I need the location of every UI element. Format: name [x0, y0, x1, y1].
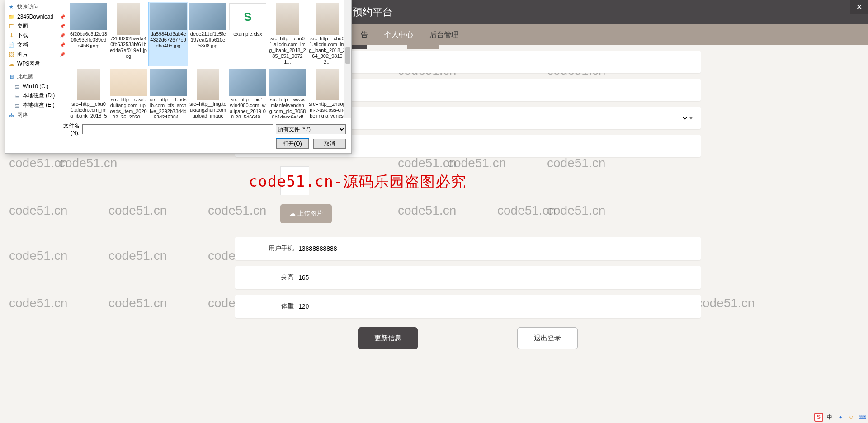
nav-item-profile[interactable]: 个人中心: [376, 30, 421, 40]
file-thumbnail: [316, 3, 339, 35]
file-name-label: src=http__cbu01.alicdn.com_img_ibank_201…: [70, 101, 107, 118]
ime-indicator[interactable]: 中: [825, 413, 834, 422]
upload-button-label: 上传图片: [297, 210, 323, 217]
file-item[interactable]: src=http__cbu01.alicdn.com_img_ibank_201…: [69, 68, 108, 118]
file-name-label: deee211df1c5fc197eaf2ffb610e58d8.jpg: [189, 31, 226, 49]
file-item[interactable]: src=http__pic1.win4000.com_wallpaper_201…: [228, 68, 267, 118]
sidebar-this-pc[interactable]: 🖥此电脑: [5, 71, 68, 82]
file-name-label: src=http__zhaopin-c-ask.oss-cn-beijing.a…: [309, 101, 346, 118]
picture-icon: 🖼: [8, 51, 15, 58]
file-item[interactable]: Sexample.xlsx: [228, 2, 267, 66]
sidebar-quick-access[interactable]: ★快速访问: [5, 2, 68, 12]
document-icon: 📄: [8, 42, 15, 49]
file-browser-area: 6f20ba6c3d2e1306c93effe339edd4b6.jpeg72f…: [68, 0, 351, 118]
app-header: 预约平台 ✕: [348, 0, 868, 24]
nav-item-admin[interactable]: 后台管理: [421, 30, 467, 40]
field-label: 体重: [262, 302, 294, 310]
sidebar-drive[interactable]: 🖴本地磁盘 (E:): [5, 100, 68, 110]
drive-icon: 🖴: [13, 83, 20, 90]
filename-label: 文件名(N):: [55, 122, 80, 136]
file-item[interactable]: src=http__zhaopin-c-ask.oss-cn-beijing.a…: [308, 68, 347, 118]
file-name-label: src=http__www.mianfeiwendang.com_pic_705…: [269, 97, 306, 118]
file-thumbnail: [229, 69, 266, 96]
form-row-height: 身高: [235, 266, 701, 289]
sidebar-item[interactable]: 📄文档📌: [5, 40, 68, 50]
file-thumbnail: [189, 3, 226, 30]
pin-icon: 📌: [60, 24, 65, 28]
nav-item-notice[interactable]: 告: [353, 30, 376, 40]
pin-icon: 📌: [60, 14, 65, 19]
vertical-scrollbar[interactable]: [344, 0, 351, 118]
submit-button[interactable]: 更新信息: [358, 327, 418, 349]
window-close-button[interactable]: ✕: [850, 0, 868, 14]
desktop-icon: 🗔: [8, 23, 15, 30]
field-label: 身高: [262, 273, 294, 282]
logout-button[interactable]: 退出登录: [517, 327, 578, 349]
file-name-label: src=http__c-ssl.duitang.com_uploads_item…: [110, 97, 147, 118]
file-item[interactable]: deee211df1c5fc197eaf2ffb610e58d8.jpg: [189, 2, 227, 66]
file-item[interactable]: src=http__img.touxiangzhan.com_upload_im…: [189, 68, 227, 118]
phone-input[interactable]: [294, 238, 696, 259]
file-name-label: 6f20ba6c3d2e1306c93effe339edd4b6.jpeg: [70, 31, 107, 49]
file-name-label: src=http__img.touxiangzhan.com_upload_im…: [189, 101, 226, 118]
sidebar-item[interactable]: 📁2345Download📌: [5, 12, 68, 21]
dialog-cancel-button[interactable]: 取消: [313, 139, 346, 149]
field-label: 用户手机: [262, 244, 294, 253]
sogou-ime-icon[interactable]: S: [814, 413, 823, 422]
sidebar-network[interactable]: 🖧网络: [5, 110, 68, 118]
cloud-icon: ☁: [8, 61, 15, 68]
chevron-down-icon: ▼: [689, 115, 693, 121]
height-input[interactable]: [294, 267, 696, 288]
sidebar-item[interactable]: 🗔桌面📌: [5, 21, 68, 31]
dialog-sidebar: ★快速访问 📁2345Download📌🗔桌面📌⬇下载📌📄文档📌🖼图片📌☁WPS…: [5, 0, 68, 118]
file-name-label: src=http__cbu01.alicdn.com_img_ibank_201…: [309, 36, 346, 65]
file-thumbnail: [197, 69, 219, 100]
file-item[interactable]: src=http__c-ssl.duitang.com_uploads_item…: [109, 68, 148, 118]
app-title: 预约平台: [353, 5, 392, 19]
filetype-select[interactable]: 所有文件 (*.*): [276, 124, 346, 134]
file-name-label: src=http__i1.hdslb.com_bfs_archive_2292b…: [150, 97, 187, 118]
file-item[interactable]: src=http__cbu01.alicdn.com_img_ibank_201…: [308, 2, 347, 66]
file-name-label: src=http__pic1.win4000.com_wallpaper_201…: [229, 97, 266, 118]
file-thumbnail: S: [229, 3, 266, 30]
dialog-open-button[interactable]: 打开(O): [276, 139, 309, 149]
file-thumbnail: [110, 69, 147, 96]
star-icon: ★: [8, 4, 15, 11]
form-row-weight: 体重: [235, 295, 701, 318]
file-name-label: 72f082025aafa40fb532533bf61bed4a7af019e1…: [110, 36, 147, 59]
filename-input[interactable]: [82, 124, 273, 134]
file-item[interactable]: src=http__www.mianfeiwendang.com_pic_705…: [268, 68, 307, 118]
file-name-label: da5984bd3ab4c4322d672677e9dba405.jpg: [150, 31, 187, 49]
form-row-phone: 用户手机: [235, 237, 701, 260]
sidebar-drive[interactable]: 🖴本地磁盘 (D:): [5, 91, 68, 100]
file-item[interactable]: src=http__cbu01.alicdn.com_img_ibank_201…: [268, 2, 307, 66]
drive-icon: 🖴: [13, 102, 20, 109]
sidebar-item[interactable]: 🖼图片📌: [5, 50, 68, 59]
folder-icon: 📁: [8, 13, 15, 20]
file-item[interactable]: src=http__i1.hdslb.com_bfs_archive_2292b…: [149, 68, 188, 118]
file-item[interactable]: da5984bd3ab4c4322d672677e9dba405.jpg: [149, 2, 188, 66]
upload-image-button[interactable]: ☁ 上传图片: [280, 204, 332, 223]
drive-icon: 🖴: [13, 92, 20, 99]
file-name-label: example.xlsx: [229, 31, 266, 37]
scrollbar-thumb[interactable]: [345, 47, 350, 64]
pin-icon: 📌: [60, 52, 65, 57]
weight-input[interactable]: [294, 296, 696, 317]
file-thumbnail: [77, 69, 100, 100]
file-name-label: src=http__cbu01.alicdn.com_img_ibank_201…: [269, 36, 306, 65]
cloud-upload-icon: ☁: [289, 210, 296, 217]
sidebar-drive[interactable]: 🖴Win10 (C:): [5, 82, 68, 91]
file-thumbnail: [276, 3, 299, 35]
tray-icon[interactable]: ●: [836, 413, 845, 422]
sidebar-item[interactable]: ☁WPS网盘: [5, 59, 68, 69]
file-item[interactable]: 6f20ba6c3d2e1306c93effe339edd4b6.jpeg: [69, 2, 108, 66]
nav-bar: 告 个人中心 后台管理: [348, 24, 868, 45]
file-thumbnail: [269, 69, 306, 96]
download-icon: ⬇: [8, 32, 15, 39]
keyboard-icon[interactable]: ⌨: [858, 413, 867, 422]
sidebar-item[interactable]: ⬇下载📌: [5, 31, 68, 40]
file-open-dialog: ★快速访问 📁2345Download📌🗔桌面📌⬇下载📌📄文档📌🖼图片📌☁WPS…: [5, 0, 352, 154]
file-thumbnail: [150, 69, 187, 96]
file-item[interactable]: 72f082025aafa40fb532533bf61bed4a7af019e1…: [109, 2, 148, 66]
tray-icon[interactable]: ☺: [847, 413, 856, 422]
